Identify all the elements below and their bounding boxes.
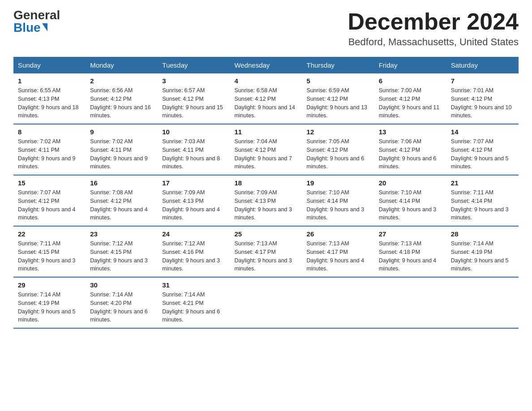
calendar-cell: 12Sunrise: 7:05 AMSunset: 4:12 PMDayligh… bbox=[302, 124, 374, 175]
calendar-cell: 10Sunrise: 7:03 AMSunset: 4:11 PMDayligh… bbox=[158, 124, 230, 175]
logo-triangle-icon bbox=[42, 23, 47, 31]
day-number: 13 bbox=[379, 128, 442, 136]
calendar-cell: 7Sunrise: 7:01 AMSunset: 4:12 PMDaylight… bbox=[446, 73, 519, 124]
location-title: Bedford, Massachusetts, United States bbox=[348, 36, 519, 48]
day-info: Sunrise: 7:13 AMSunset: 4:18 PMDaylight:… bbox=[379, 240, 442, 273]
day-number: 24 bbox=[162, 230, 225, 238]
day-info: Sunrise: 7:13 AMSunset: 4:17 PMDaylight:… bbox=[234, 240, 297, 273]
day-number: 26 bbox=[307, 230, 370, 238]
day-number: 4 bbox=[234, 77, 297, 85]
day-number: 30 bbox=[90, 281, 153, 289]
day-number: 22 bbox=[18, 230, 81, 238]
calendar-week-row: 15Sunrise: 7:07 AMSunset: 4:12 PMDayligh… bbox=[13, 175, 519, 226]
day-number: 5 bbox=[307, 77, 370, 85]
day-info: Sunrise: 7:14 AMSunset: 4:19 PMDaylight:… bbox=[451, 240, 514, 273]
day-number: 20 bbox=[379, 179, 442, 187]
day-number: 15 bbox=[18, 179, 81, 187]
calendar-week-row: 1Sunrise: 6:55 AMSunset: 4:13 PMDaylight… bbox=[13, 73, 519, 124]
day-number: 6 bbox=[379, 77, 442, 85]
calendar-cell: 15Sunrise: 7:07 AMSunset: 4:12 PMDayligh… bbox=[13, 175, 86, 226]
title-section: December 2024 Bedford, Massachusetts, Un… bbox=[348, 9, 519, 48]
calendar-cell: 18Sunrise: 7:09 AMSunset: 4:13 PMDayligh… bbox=[230, 175, 302, 226]
calendar-cell: 31Sunrise: 7:14 AMSunset: 4:21 PMDayligh… bbox=[158, 277, 230, 328]
day-info: Sunrise: 7:06 AMSunset: 4:12 PMDaylight:… bbox=[379, 137, 442, 171]
calendar-cell: 9Sunrise: 7:02 AMSunset: 4:11 PMDaylight… bbox=[86, 124, 158, 175]
calendar-cell: 1Sunrise: 6:55 AMSunset: 4:13 PMDaylight… bbox=[13, 73, 86, 124]
day-info: Sunrise: 7:08 AMSunset: 4:12 PMDaylight:… bbox=[90, 188, 153, 222]
logo-general-text: General bbox=[13, 9, 60, 21]
calendar-cell: 30Sunrise: 7:14 AMSunset: 4:20 PMDayligh… bbox=[86, 277, 158, 328]
day-number: 1 bbox=[18, 77, 81, 85]
calendar-cell: 4Sunrise: 6:58 AMSunset: 4:12 PMDaylight… bbox=[230, 73, 302, 124]
calendar-cell: 28Sunrise: 7:14 AMSunset: 4:19 PMDayligh… bbox=[446, 226, 519, 277]
day-number: 21 bbox=[451, 179, 514, 187]
calendar-cell: 22Sunrise: 7:11 AMSunset: 4:15 PMDayligh… bbox=[13, 226, 86, 277]
day-number: 19 bbox=[307, 179, 370, 187]
calendar-cell: 14Sunrise: 7:07 AMSunset: 4:12 PMDayligh… bbox=[446, 124, 519, 175]
calendar-cell: 26Sunrise: 7:13 AMSunset: 4:17 PMDayligh… bbox=[302, 226, 374, 277]
calendar-cell bbox=[230, 277, 302, 328]
day-number: 8 bbox=[18, 128, 81, 136]
calendar-cell: 27Sunrise: 7:13 AMSunset: 4:18 PMDayligh… bbox=[374, 226, 446, 277]
day-info: Sunrise: 7:03 AMSunset: 4:11 PMDaylight:… bbox=[162, 137, 225, 171]
day-info: Sunrise: 6:59 AMSunset: 4:12 PMDaylight:… bbox=[307, 86, 370, 120]
day-info: Sunrise: 7:11 AMSunset: 4:15 PMDaylight:… bbox=[18, 240, 81, 273]
day-number: 10 bbox=[162, 128, 225, 136]
day-info: Sunrise: 7:07 AMSunset: 4:12 PMDaylight:… bbox=[18, 188, 81, 222]
calendar-cell: 11Sunrise: 7:04 AMSunset: 4:12 PMDayligh… bbox=[230, 124, 302, 175]
calendar-cell: 24Sunrise: 7:12 AMSunset: 4:16 PMDayligh… bbox=[158, 226, 230, 277]
calendar-cell: 20Sunrise: 7:10 AMSunset: 4:14 PMDayligh… bbox=[374, 175, 446, 226]
calendar-cell: 3Sunrise: 6:57 AMSunset: 4:12 PMDaylight… bbox=[158, 73, 230, 124]
calendar-cell: 16Sunrise: 7:08 AMSunset: 4:12 PMDayligh… bbox=[86, 175, 158, 226]
day-number: 9 bbox=[90, 128, 153, 136]
calendar-week-row: 29Sunrise: 7:14 AMSunset: 4:19 PMDayligh… bbox=[13, 277, 519, 328]
day-number: 17 bbox=[162, 179, 225, 187]
calendar-week-row: 22Sunrise: 7:11 AMSunset: 4:15 PMDayligh… bbox=[13, 226, 519, 277]
calendar-cell: 17Sunrise: 7:09 AMSunset: 4:13 PMDayligh… bbox=[158, 175, 230, 226]
month-title: December 2024 bbox=[348, 9, 519, 34]
calendar-cell: 23Sunrise: 7:12 AMSunset: 4:15 PMDayligh… bbox=[86, 226, 158, 277]
weekday-header-wednesday: Wednesday bbox=[230, 57, 302, 73]
weekday-header-monday: Monday bbox=[86, 57, 158, 73]
day-info: Sunrise: 7:05 AMSunset: 4:12 PMDaylight:… bbox=[307, 137, 370, 171]
weekday-header-friday: Friday bbox=[374, 57, 446, 73]
day-number: 31 bbox=[162, 281, 225, 289]
day-info: Sunrise: 7:12 AMSunset: 4:15 PMDaylight:… bbox=[90, 240, 153, 273]
day-number: 18 bbox=[234, 179, 297, 187]
page-header: General Blue December 2024 Bedford, Mass… bbox=[13, 9, 519, 48]
weekday-header-saturday: Saturday bbox=[446, 57, 519, 73]
calendar-cell: 13Sunrise: 7:06 AMSunset: 4:12 PMDayligh… bbox=[374, 124, 446, 175]
calendar-cell: 8Sunrise: 7:02 AMSunset: 4:11 PMDaylight… bbox=[13, 124, 86, 175]
day-info: Sunrise: 7:12 AMSunset: 4:16 PMDaylight:… bbox=[162, 240, 225, 273]
calendar-table: SundayMondayTuesdayWednesdayThursdayFrid… bbox=[13, 57, 519, 329]
day-info: Sunrise: 6:56 AMSunset: 4:12 PMDaylight:… bbox=[90, 86, 153, 120]
day-info: Sunrise: 7:02 AMSunset: 4:11 PMDaylight:… bbox=[90, 137, 153, 171]
calendar-cell bbox=[374, 277, 446, 328]
calendar-cell: 5Sunrise: 6:59 AMSunset: 4:12 PMDaylight… bbox=[302, 73, 374, 124]
logo: General Blue bbox=[13, 9, 60, 34]
day-info: Sunrise: 7:01 AMSunset: 4:12 PMDaylight:… bbox=[451, 86, 514, 120]
day-number: 12 bbox=[307, 128, 370, 136]
day-number: 14 bbox=[451, 128, 514, 136]
calendar-cell: 29Sunrise: 7:14 AMSunset: 4:19 PMDayligh… bbox=[13, 277, 86, 328]
calendar-cell: 6Sunrise: 7:00 AMSunset: 4:12 PMDaylight… bbox=[374, 73, 446, 124]
day-info: Sunrise: 7:14 AMSunset: 4:21 PMDaylight:… bbox=[162, 291, 225, 324]
calendar-cell: 19Sunrise: 7:10 AMSunset: 4:14 PMDayligh… bbox=[302, 175, 374, 226]
calendar-cell: 2Sunrise: 6:56 AMSunset: 4:12 PMDaylight… bbox=[86, 73, 158, 124]
day-number: 29 bbox=[18, 281, 81, 289]
weekday-header-tuesday: Tuesday bbox=[158, 57, 230, 73]
weekday-header-row: SundayMondayTuesdayWednesdayThursdayFrid… bbox=[13, 57, 519, 73]
day-info: Sunrise: 7:10 AMSunset: 4:14 PMDaylight:… bbox=[307, 188, 370, 222]
day-number: 23 bbox=[90, 230, 153, 238]
day-info: Sunrise: 7:14 AMSunset: 4:20 PMDaylight:… bbox=[90, 291, 153, 324]
calendar-cell bbox=[302, 277, 374, 328]
calendar-cell bbox=[446, 277, 519, 328]
day-number: 11 bbox=[234, 128, 297, 136]
day-info: Sunrise: 7:14 AMSunset: 4:19 PMDaylight:… bbox=[18, 291, 81, 324]
day-info: Sunrise: 7:07 AMSunset: 4:12 PMDaylight:… bbox=[451, 137, 514, 171]
day-number: 16 bbox=[90, 179, 153, 187]
day-info: Sunrise: 7:10 AMSunset: 4:14 PMDaylight:… bbox=[379, 188, 442, 222]
calendar-cell: 21Sunrise: 7:11 AMSunset: 4:14 PMDayligh… bbox=[446, 175, 519, 226]
day-info: Sunrise: 7:00 AMSunset: 4:12 PMDaylight:… bbox=[379, 86, 442, 120]
day-info: Sunrise: 7:04 AMSunset: 4:12 PMDaylight:… bbox=[234, 137, 297, 171]
